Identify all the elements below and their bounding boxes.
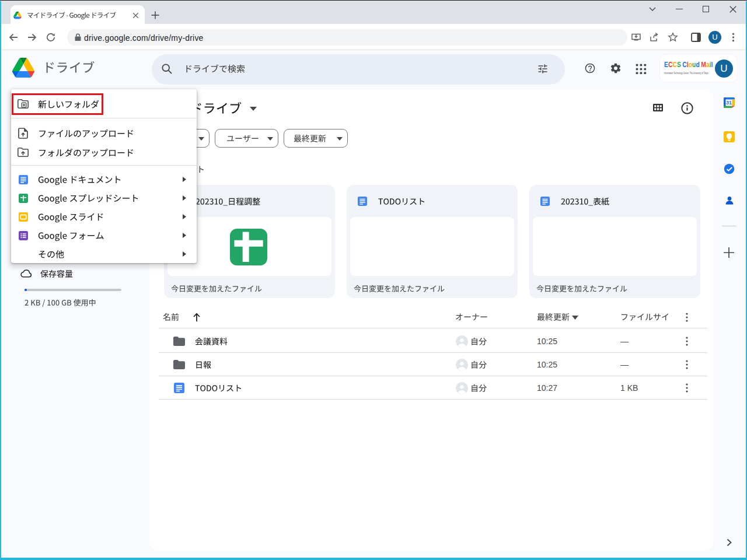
svg-text:31: 31 bbox=[726, 100, 732, 106]
